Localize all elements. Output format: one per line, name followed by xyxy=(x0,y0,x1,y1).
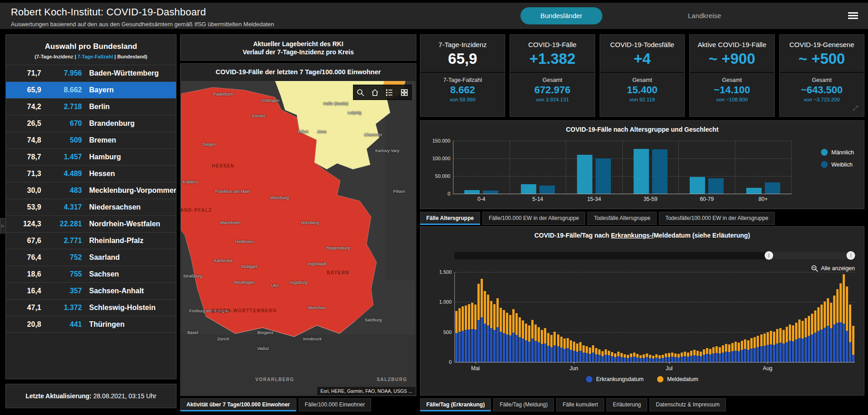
daily-bar[interactable] xyxy=(639,355,642,362)
daily-bar[interactable] xyxy=(525,324,527,362)
daily-bar[interactable] xyxy=(624,354,626,362)
bundesland-row-hamburg[interactable]: 78,71.457Hamburg xyxy=(6,148,176,165)
daily-bar[interactable] xyxy=(795,323,797,362)
daily-bar[interactable] xyxy=(668,353,670,362)
slider-handle-end[interactable]: ∥ xyxy=(847,251,855,260)
daily-bar[interactable] xyxy=(496,298,499,362)
daily-bar[interactable] xyxy=(608,351,610,362)
daily-bar[interactable] xyxy=(477,284,480,362)
daily-bar[interactable] xyxy=(782,330,785,362)
bundesland-row-saarland[interactable]: 76,4752Saarland xyxy=(6,249,176,266)
daily-bar[interactable] xyxy=(700,352,702,362)
bundesland-row-sachsen-anhalt[interactable]: 16,4357Sachsen-Anhalt xyxy=(6,282,176,299)
daily-bar[interactable] xyxy=(605,349,607,362)
daily-bar[interactable] xyxy=(573,342,575,362)
daily-bar[interactable] xyxy=(830,303,832,362)
daily-bar[interactable] xyxy=(681,353,683,362)
daily-bar[interactable] xyxy=(808,316,810,362)
daily-title-link[interactable]: Erkrankungs-/ xyxy=(611,232,653,239)
daily-bar[interactable] xyxy=(734,342,737,362)
daily-bar[interactable] xyxy=(776,329,778,362)
daily-bar[interactable] xyxy=(465,305,467,362)
daily-bar[interactable] xyxy=(592,345,594,362)
age-bar-weiblich-15-34[interactable] xyxy=(596,158,611,194)
kpi-card-3[interactable]: COVID-19-Todesfälle+4Gesamt15.400von 92.… xyxy=(600,34,685,117)
age-bar-männlich-60-79[interactable] xyxy=(690,177,705,194)
daily-bar[interactable] xyxy=(643,354,645,362)
daily-bar[interactable] xyxy=(474,305,477,362)
daily-bar[interactable] xyxy=(824,301,826,362)
age-bar-männlich-35-59[interactable] xyxy=(634,149,649,194)
daily-bar[interactable] xyxy=(553,332,556,362)
daily-bar[interactable] xyxy=(779,328,782,362)
daily-bar[interactable] xyxy=(696,351,699,362)
menu-icon[interactable] xyxy=(848,12,858,19)
daily-bar[interactable] xyxy=(534,324,537,362)
legend-list-icon[interactable] xyxy=(382,85,397,100)
daily-bar[interactable] xyxy=(582,345,585,362)
daily-bar[interactable] xyxy=(852,326,854,362)
zoom-out-button[interactable]: Alle anzeigen xyxy=(811,265,855,272)
daily-bar[interactable] xyxy=(538,327,540,362)
daily-bar[interactable] xyxy=(586,346,588,362)
daily-bar[interactable] xyxy=(715,346,718,362)
daily-bar[interactable] xyxy=(709,349,711,362)
daily-bar[interactable] xyxy=(455,311,458,362)
bundesland-row-nordrhein-westfalen[interactable]: 124,322.281Nordrhein-Westfalen xyxy=(6,215,176,232)
daily-bar[interactable] xyxy=(563,339,566,362)
age-bar-weiblich-5-14[interactable] xyxy=(539,186,555,194)
daily-bar[interactable] xyxy=(481,279,483,362)
daily-bar[interactable] xyxy=(601,351,604,362)
expand-icon[interactable]: ⤢ xyxy=(853,104,858,112)
daily-bar[interactable] xyxy=(725,344,727,362)
age-bar-männlich-80+[interactable] xyxy=(746,188,762,194)
daily-bar[interactable] xyxy=(741,341,743,362)
daily-bar[interactable] xyxy=(458,308,461,362)
daily-bar[interactable] xyxy=(846,286,848,362)
daily-bar[interactable] xyxy=(576,343,578,362)
daily-bar[interactable] xyxy=(817,307,820,362)
kpi-card-1[interactable]: 7-Tage-Inzidenz65,97-Tage-Fallzahl8.662v… xyxy=(420,34,505,117)
daily-bar[interactable] xyxy=(760,334,763,362)
daily-bar[interactable] xyxy=(703,349,705,362)
age-bar-männlich-0-4[interactable] xyxy=(464,190,480,194)
daily-bar[interactable] xyxy=(528,325,530,362)
daily-bar[interactable] xyxy=(849,305,851,362)
daily-bar[interactable] xyxy=(500,308,502,362)
daily-bar[interactable] xyxy=(662,355,664,362)
daily-bar[interactable] xyxy=(719,347,721,362)
bundesland-row-berlin[interactable]: 74,22.718Berlin xyxy=(6,98,176,115)
home-icon[interactable] xyxy=(368,85,382,100)
daily-bar[interactable] xyxy=(827,298,829,362)
daily-bar[interactable] xyxy=(567,338,569,362)
daily-bar[interactable] xyxy=(490,301,492,362)
daily-bar[interactable] xyxy=(633,353,635,362)
daily-bar[interactable] xyxy=(836,289,839,362)
daily-bar[interactable] xyxy=(579,342,582,362)
daily-bar[interactable] xyxy=(763,334,766,362)
daily-tab-f-lle-tag-meldung-[interactable]: Fälle/Tag (Meldung) xyxy=(493,398,554,411)
search-icon[interactable] xyxy=(353,85,368,100)
toggle-landkreise[interactable]: Landkreise xyxy=(674,7,734,24)
map-tab-f-lle-100-000-einwohner[interactable]: Fälle/100.000 Einwohner xyxy=(299,398,372,411)
daily-bar[interactable] xyxy=(789,324,791,362)
daily-bar[interactable] xyxy=(843,274,845,362)
daily-bar[interactable] xyxy=(595,348,597,362)
age-tab-todesf-lle-altersgruppe[interactable]: Todesfälle Altersgruppe xyxy=(587,212,657,225)
daily-bar[interactable] xyxy=(798,320,801,362)
daily-bar[interactable] xyxy=(655,354,658,362)
daily-bar[interactable] xyxy=(770,331,772,362)
daily-bar[interactable] xyxy=(674,353,677,362)
age-bar-weiblich-35-59[interactable] xyxy=(652,149,668,194)
daily-bar[interactable] xyxy=(598,349,601,362)
daily-bar[interactable] xyxy=(471,303,473,362)
daily-bar[interactable] xyxy=(738,343,740,362)
daily-bar[interactable] xyxy=(750,338,753,362)
daily-bar[interactable] xyxy=(811,314,813,362)
daily-bar[interactable] xyxy=(839,283,842,362)
daily-bar[interactable] xyxy=(728,344,730,362)
daily-bar[interactable] xyxy=(503,310,505,362)
daily-bar[interactable] xyxy=(757,336,759,362)
kpi-card-5[interactable]: COVID-19-Genesene~ +500Gesamt~643.500von… xyxy=(779,34,864,117)
daily-bar[interactable] xyxy=(671,353,673,362)
